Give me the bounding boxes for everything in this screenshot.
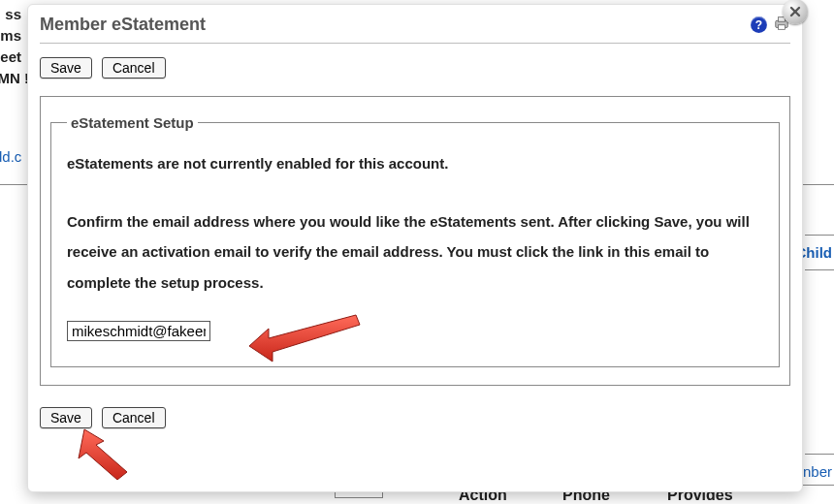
bg-link-nber: nber bbox=[803, 463, 832, 480]
bg-separator bbox=[805, 235, 834, 236]
bg-separator bbox=[805, 269, 834, 270]
svg-rect-4 bbox=[778, 25, 785, 30]
dialog-title: Member eStatement bbox=[40, 15, 206, 35]
save-button[interactable]: Save bbox=[40, 57, 92, 79]
member-estatement-dialog: Member eStatement ? Save Cancel eStateme… bbox=[27, 4, 803, 492]
red-arrow-icon bbox=[57, 424, 135, 480]
bg-link-frag: dd.c bbox=[0, 148, 21, 165]
email-field[interactable] bbox=[67, 321, 210, 341]
setup-status-line: eStatements are not currently enabled fo… bbox=[67, 148, 763, 179]
bg-frag: ms bbox=[0, 27, 21, 44]
top-button-row: Save Cancel bbox=[40, 57, 790, 79]
bg-separator bbox=[805, 454, 834, 455]
setup-legend: eStatement Setup bbox=[67, 114, 198, 131]
setup-instructions: Confirm the email address where you woul… bbox=[67, 206, 763, 299]
dialog-header: Member eStatement ? bbox=[40, 5, 790, 44]
save-button-bottom[interactable]: Save bbox=[40, 407, 92, 428]
estatement-setup-fieldset: eStatement Setup eStatements are not cur… bbox=[50, 114, 780, 367]
setup-body: eStatements are not currently enabled fo… bbox=[67, 148, 763, 347]
bottom-button-row: Save Cancel bbox=[40, 407, 790, 428]
close-icon[interactable] bbox=[783, 0, 808, 24]
cancel-button-bottom[interactable]: Cancel bbox=[102, 407, 166, 428]
bg-frag: ss bbox=[0, 6, 21, 22]
setup-panel: eStatement Setup eStatements are not cur… bbox=[40, 96, 790, 386]
bg-frag: MN ! bbox=[0, 70, 29, 86]
svg-marker-6 bbox=[79, 429, 127, 480]
bg-frag: eet bbox=[0, 48, 21, 65]
help-icon[interactable]: ? bbox=[751, 16, 767, 33]
cancel-button[interactable]: Cancel bbox=[102, 57, 166, 79]
